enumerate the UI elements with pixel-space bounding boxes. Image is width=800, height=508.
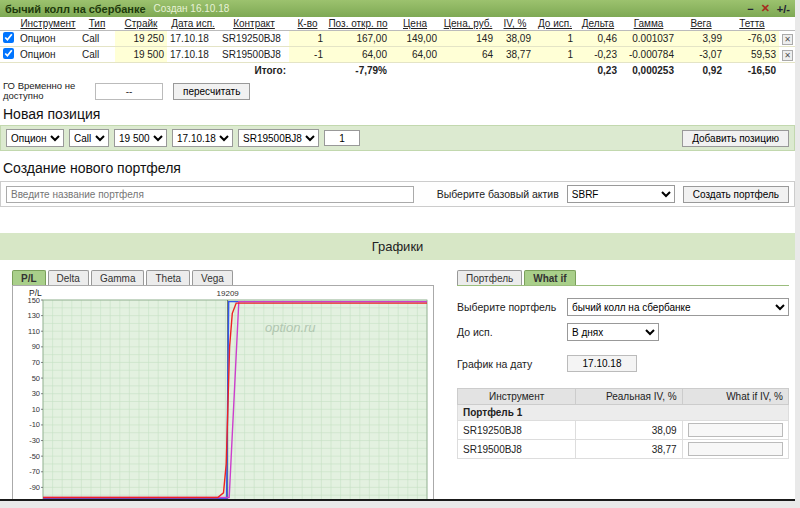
svg-text:-110: -110 [26, 499, 40, 501]
totals-gamma: 0,000253 [620, 63, 677, 78]
cell-instrument: Опцион [17, 47, 79, 63]
tab-delta[interactable]: Delta [48, 270, 89, 285]
iv-col-real: Реальная IV, % [576, 389, 682, 405]
cell-type: Call [79, 31, 115, 47]
col-price[interactable]: Цена [390, 17, 440, 31]
iv-group-label: Портфель 1 [458, 405, 789, 421]
tab-whatif[interactable]: What if [524, 270, 575, 285]
expand-collapse-icon[interactable]: +/- [777, 3, 790, 15]
contract-select[interactable]: SR19500BJ8 [238, 129, 319, 147]
tab-pl[interactable]: P/L [12, 270, 46, 285]
base-asset-select[interactable]: SBRF [567, 185, 675, 203]
tab-vega[interactable]: Vega [192, 270, 233, 285]
tab-portfolio[interactable]: Портфель [457, 270, 522, 285]
call-put-select[interactable]: Call [69, 129, 109, 147]
svg-text:30: 30 [32, 390, 40, 399]
svg-text:90: 90 [32, 343, 40, 352]
cell-days: 1 [534, 31, 576, 47]
svg-text:110: 110 [28, 327, 40, 336]
col-exp-date[interactable]: Дата исп. [167, 17, 219, 31]
minimize-icon[interactable]: − [747, 3, 753, 15]
svg-text:-90: -90 [29, 483, 40, 492]
col-vega[interactable]: Вега [677, 17, 725, 31]
cell-vega: -3,07 [677, 47, 725, 63]
charts-section-heading: Графики [0, 233, 795, 260]
close-icon[interactable]: ✕ [761, 2, 770, 15]
tab-theta[interactable]: Theta [146, 270, 190, 285]
portfolio-select[interactable]: бычий колл на сбербанке [567, 298, 789, 316]
cell-theta: -76,03 [725, 31, 779, 47]
instrument-type-select[interactable]: Опцион [6, 129, 64, 147]
position-enabled-checkbox[interactable] [3, 48, 14, 59]
iv-row: SR19500BJ8 38,77 [458, 440, 789, 459]
quantity-input[interactable] [324, 130, 360, 146]
col-theta[interactable]: Тетта [725, 17, 779, 31]
cell-open-pos: 64,00 [326, 47, 390, 63]
iv-instrument: SR19250BJ8 [458, 421, 576, 440]
portfolio-name-input[interactable] [6, 186, 414, 203]
header-spacer [779, 17, 795, 31]
chart-date-row: График на дату [457, 355, 789, 372]
header-spacer [0, 17, 17, 31]
totals-vega: 0,92 [677, 63, 725, 78]
chart-date-input[interactable] [567, 355, 637, 372]
whatif-iv-input[interactable] [688, 442, 783, 456]
col-days[interactable]: До исп. [534, 17, 576, 31]
cell-instrument: Опцион [17, 31, 79, 47]
days-units-select[interactable]: В днях [567, 323, 659, 341]
recalculate-button[interactable]: пересчитать [173, 83, 250, 100]
cell-gamma: -0.000784 [620, 47, 677, 63]
iv-col-whatif: What if IV, % [682, 389, 788, 405]
cell-open-pos: 167,00 [326, 31, 390, 47]
col-gamma[interactable]: Гамма [620, 17, 677, 31]
cell-vega: 3,99 [677, 31, 725, 47]
cell-contract: SR19500BJ8 [219, 47, 289, 63]
svg-text:130: 130 [27, 311, 40, 320]
margin-row: ГО Временно не доступно -- пересчитать [0, 78, 795, 106]
whatif-panel: Портфель What if Выберите портфель бычий… [457, 270, 789, 501]
position-enabled-checkbox[interactable] [3, 32, 14, 43]
cell-type: Call [79, 47, 115, 63]
col-iv[interactable]: IV, % [496, 17, 534, 31]
col-qty[interactable]: К-во [289, 17, 326, 31]
col-contract[interactable]: Контракт [219, 17, 289, 31]
created-date: Создан 16.10.18 [154, 3, 230, 14]
base-asset-label: Выберите базовый актив [437, 188, 559, 200]
iv-row: SR19250BJ8 38,09 [458, 421, 789, 440]
select-portfolio-label: Выберите портфель [457, 301, 559, 313]
col-delta[interactable]: Дельта [576, 17, 620, 31]
chart-date-label: График на дату [457, 358, 559, 370]
cell-qty: -1 [289, 47, 326, 63]
exp-date-select[interactable]: 17.10.18 [172, 129, 233, 147]
col-price-rub[interactable]: Цена, руб. [440, 17, 496, 31]
iv-instrument: SR19500BJ8 [458, 440, 576, 459]
svg-text:option.ru: option.ru [265, 320, 316, 335]
add-position-button[interactable]: Добавить позицию [682, 130, 789, 147]
iv-group-row: Портфель 1 [458, 405, 789, 421]
delete-position-icon[interactable]: ✕ [782, 34, 793, 45]
tab-gamma[interactable]: Gamma [91, 270, 145, 285]
svg-text:50: 50 [32, 374, 40, 383]
cell-price: 149,00 [390, 31, 440, 47]
pl-chart-svg: 1501301109070503010-10-30-50-70-90-11015… [13, 286, 433, 501]
pl-chart: 1501301109070503010-10-30-50-70-90-11015… [12, 285, 434, 501]
whatif-iv-input[interactable] [688, 423, 783, 437]
col-open-pos[interactable]: Поз. откр. по [326, 17, 390, 31]
window-controls: − ✕ +/- [747, 2, 790, 15]
new-portfolio-heading: Создание нового портфеля [0, 159, 795, 179]
cell-iv: 38,77 [496, 47, 534, 63]
create-portfolio-button[interactable]: Создать портфель [683, 186, 789, 203]
chart-panel: P/L Delta Gamma Theta Vega 1501301109070… [12, 270, 435, 501]
cell-price-rub: 64 [440, 47, 496, 63]
new-position-row: Опцион Call 19 500 17.10.18 SR19500BJ8 Д… [0, 125, 795, 151]
cell-delta: 0,46 [576, 31, 620, 47]
col-type[interactable]: Тип [79, 17, 115, 31]
col-strike[interactable]: Страйк [115, 17, 167, 31]
col-instrument[interactable]: Инструмент [17, 17, 79, 31]
cell-theta: 59,53 [725, 47, 779, 63]
strike-select[interactable]: 19 500 [114, 129, 167, 147]
delete-position-icon[interactable]: ✕ [782, 50, 793, 61]
totals-label: Итого: [0, 63, 289, 78]
cell-delta: -0,23 [576, 47, 620, 63]
iv-real-value: 38,09 [576, 421, 682, 440]
